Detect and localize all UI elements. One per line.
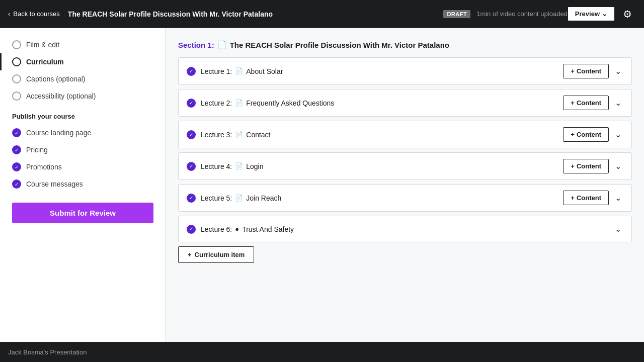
sidebar-item-course-messages[interactable]: ✓ Course messages <box>0 175 166 193</box>
upload-info: 1min of video content uploaded <box>476 10 568 18</box>
lecture-check-5: ✓ <box>187 194 196 203</box>
chevron-down-icon: ⌄ <box>602 10 607 18</box>
lecture-name-3: Contact <box>246 131 270 139</box>
lecture-title-1: Lecture 1: 📄 About Solar <box>201 67 558 75</box>
sidebar-label-promotions: Promotions <box>26 163 62 171</box>
doc-icon-5: 📄 <box>235 194 243 202</box>
doc-icon-2: 📄 <box>235 99 243 107</box>
sidebar-item-course-landing[interactable]: ✓ Course landing page <box>0 124 166 141</box>
content-label-3: Content <box>577 131 601 138</box>
topbar-actions: Preview ⌄ ⚙ <box>568 6 636 22</box>
back-label: Back to courses <box>13 10 60 18</box>
lecture-actions-2: + Content ⌄ <box>563 96 623 110</box>
draft-badge: DRAFT <box>443 10 470 18</box>
lecture-actions-3: + Content ⌄ <box>563 127 623 142</box>
circle-icon-pricing: ✓ <box>12 145 21 154</box>
lecture-card-6: ✓ Lecture 6: ● Trust And Safety ⌄ <box>178 216 632 242</box>
sidebar-label-captions: Captions (optional) <box>26 75 86 83</box>
chevron-left-icon: ‹ <box>8 10 10 18</box>
chevron-button-5[interactable]: ⌄ <box>613 191 623 205</box>
lecture-name-2: Frequently Asked Questions <box>246 99 334 107</box>
lecture-num-label-1: Lecture 1: <box>201 67 232 75</box>
lecture-check-6: ✓ <box>187 225 196 234</box>
circle-icon-accessibility <box>12 92 21 101</box>
sidebar-item-accessibility[interactable]: Accessibility (optional) <box>0 87 166 105</box>
doc-icon-3: 📄 <box>235 131 243 138</box>
sidebar-item-pricing[interactable]: ✓ Pricing <box>0 141 166 158</box>
circle-icon-course-messages: ✓ <box>12 179 21 189</box>
lecture-check-3: ✓ <box>187 130 196 139</box>
sidebar-label-course-landing: Course landing page <box>26 129 91 137</box>
add-content-button-3[interactable]: + Content <box>563 127 609 142</box>
lecture-actions-4: + Content ⌄ <box>563 159 623 173</box>
topbar: ‹ Back to courses The REACH Solar Profil… <box>0 0 644 28</box>
content-label-4: Content <box>577 162 601 170</box>
sidebar-label-film-edit: Film & edit <box>26 41 59 49</box>
sidebar-item-curriculum[interactable]: Curriculum <box>0 53 166 70</box>
lecture-title-4: Lecture 4: 📄 Login <box>201 162 558 170</box>
submit-review-button[interactable]: Submit for Review <box>12 203 153 223</box>
section-header: Section 1: 📄 The REACH Solar Profile Dis… <box>178 40 632 49</box>
lecture-actions-1: + Content ⌄ <box>563 64 623 78</box>
circle-icon-promotions: ✓ <box>12 162 21 171</box>
settings-button[interactable]: ⚙ <box>619 6 636 22</box>
lecture-name-4: Login <box>246 162 263 170</box>
bottombar: Jack Bosma's Presentation <box>0 342 644 362</box>
lecture-check-1: ✓ <box>187 67 196 76</box>
lecture-card-5: ✓ Lecture 5: 📄 Join Reach + Content ⌄ <box>178 184 632 212</box>
plus-icon-curriculum: + <box>188 251 192 258</box>
lecture-title-3: Lecture 3: 📄 Contact <box>201 131 558 139</box>
chevron-button-6[interactable]: ⌄ <box>613 222 623 236</box>
plus-icon-4: + <box>571 162 575 170</box>
main-layout: Film & edit Curriculum Captions (optiona… <box>0 28 644 362</box>
lecture-num-label-2: Lecture 2: <box>201 99 232 107</box>
lecture-card-4: ✓ Lecture 4: 📄 Login + Content ⌄ <box>178 152 632 180</box>
chevron-button-4[interactable]: ⌄ <box>613 159 623 173</box>
lecture-title-6: Lecture 6: ● Trust And Safety <box>201 225 608 233</box>
chevron-button-2[interactable]: ⌄ <box>613 96 623 110</box>
content-label-2: Content <box>577 99 601 107</box>
main-content: Section 1: 📄 The REACH Solar Profile Dis… <box>166 28 644 362</box>
doc-icon-1: 📄 <box>235 67 243 75</box>
lecture-title-2: Lecture 2: 📄 Frequently Asked Questions <box>201 99 558 107</box>
lecture-num-label-3: Lecture 3: <box>201 131 232 139</box>
sidebar-label-curriculum: Curriculum <box>26 58 64 66</box>
content-label-5: Content <box>577 194 601 202</box>
chevron-button-1[interactable]: ⌄ <box>613 64 623 78</box>
plus-icon-5: + <box>571 194 575 202</box>
lecture-num-label-4: Lecture 4: <box>201 162 232 170</box>
chevron-button-3[interactable]: ⌄ <box>613 128 623 141</box>
add-content-button-4[interactable]: + Content <box>563 159 609 173</box>
section-title: The REACH Solar Profile Discussion With … <box>230 41 449 49</box>
back-to-courses-link[interactable]: ‹ Back to courses <box>8 10 60 18</box>
sidebar: Film & edit Curriculum Captions (optiona… <box>0 28 166 362</box>
sidebar-item-film-edit[interactable]: Film & edit <box>0 36 166 53</box>
preview-label: Preview <box>575 10 600 18</box>
lecture-actions-5: + Content ⌄ <box>563 191 623 205</box>
sidebar-item-promotions[interactable]: ✓ Promotions <box>0 158 166 175</box>
course-title: The REACH Solar Profile Discussion With … <box>68 10 439 18</box>
lecture-card-3: ✓ Lecture 3: 📄 Contact + Content ⌄ <box>178 121 632 148</box>
plus-icon-3: + <box>571 131 575 138</box>
add-curriculum-item-button[interactable]: + Curriculum item <box>178 246 254 263</box>
lecture-num-label-6: Lecture 6: <box>201 225 232 233</box>
dot-icon-6: ● <box>235 225 239 233</box>
add-content-button-2[interactable]: + Content <box>563 96 609 110</box>
sidebar-item-captions[interactable]: Captions (optional) <box>0 70 166 87</box>
lecture-name-6: Trust And Safety <box>242 225 294 233</box>
preview-button[interactable]: Preview ⌄ <box>568 7 615 21</box>
sidebar-label-course-messages: Course messages <box>26 180 83 188</box>
lecture-card-1: ✓ Lecture 1: 📄 About Solar + Content ⌄ <box>178 57 632 85</box>
add-content-button-5[interactable]: + Content <box>563 191 609 205</box>
publish-section-label: Publish your course <box>0 105 166 124</box>
gear-icon: ⚙ <box>623 9 632 20</box>
lecture-num-label-5: Lecture 5: <box>201 194 232 202</box>
circle-icon-film-edit <box>12 40 21 49</box>
circle-icon-captions <box>12 74 21 83</box>
lecture-card-2: ✓ Lecture 2: 📄 Frequently Asked Question… <box>178 89 632 117</box>
doc-icon-4: 📄 <box>235 162 243 170</box>
add-content-button-1[interactable]: + Content <box>563 64 609 78</box>
lecture-name-5: Join Reach <box>246 194 281 202</box>
plus-icon-1: + <box>571 67 575 75</box>
sidebar-label-pricing: Pricing <box>26 146 48 154</box>
